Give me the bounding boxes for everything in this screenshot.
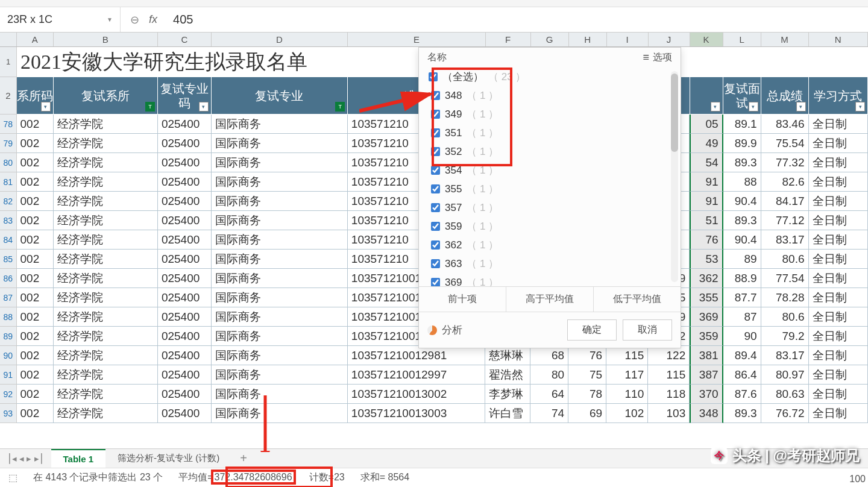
cell[interactable]: 90.4	[723, 230, 761, 250]
col-header[interactable]: G	[531, 33, 569, 46]
filter-item[interactable]: 352（ 1 ）	[426, 142, 673, 161]
filter-options[interactable]: ≡选项	[643, 51, 672, 64]
cell[interactable]: 80.6	[761, 307, 809, 327]
cell[interactable]: 经济学院	[54, 269, 158, 288]
filter-checkbox[interactable]	[431, 147, 440, 156]
col-header[interactable]: J	[649, 33, 690, 46]
cell[interactable]: 77.12	[761, 211, 809, 230]
cell[interactable]: 80.6	[761, 250, 809, 269]
cell-selected[interactable]: 91	[690, 192, 723, 211]
cell[interactable]: 025400	[158, 288, 212, 307]
cell[interactable]: 74	[530, 404, 568, 423]
cell[interactable]: 002	[17, 269, 54, 288]
col-header[interactable]: M	[761, 33, 809, 46]
scrollbar[interactable]	[671, 71, 678, 282]
cell[interactable]: 64	[530, 385, 568, 404]
cell[interactable]: 经济学院	[54, 288, 158, 307]
cell[interactable]: 002	[17, 172, 54, 192]
cell[interactable]: 78	[568, 385, 606, 404]
cell-selected[interactable]: 49	[690, 134, 723, 153]
filter-icon[interactable]: ▾	[199, 102, 209, 112]
filter-checkbox[interactable]	[431, 166, 440, 175]
row-header[interactable]: 87	[0, 288, 17, 307]
cell[interactable]: 83.17	[761, 230, 809, 250]
cell-selected[interactable]: 381	[690, 346, 723, 365]
cell[interactable]: 国际商务	[212, 327, 348, 346]
cell[interactable]: 025400	[158, 115, 212, 134]
cell[interactable]: 002	[17, 230, 54, 250]
cell[interactable]: 86.4	[723, 365, 761, 385]
cell[interactable]: 经济学院	[54, 134, 158, 153]
cell[interactable]: 经济学院	[54, 327, 158, 346]
col-header[interactable]: C	[158, 33, 212, 46]
row-header[interactable]: 84	[0, 230, 17, 250]
row-header[interactable]: 2	[0, 77, 17, 115]
filter-item[interactable]: 357（ 1 ）	[426, 198, 673, 217]
filter-icon[interactable]: ▾	[711, 102, 720, 112]
row-header[interactable]: 88	[0, 307, 17, 327]
cell[interactable]: 78.28	[761, 288, 809, 307]
cell[interactable]: 全日制	[809, 365, 869, 385]
cell[interactable]: 经济学院	[54, 385, 158, 404]
cell[interactable]: 002	[17, 115, 54, 134]
cell[interactable]: 89	[723, 250, 761, 269]
filter-checkbox[interactable]	[431, 240, 440, 250]
col-header[interactable]: H	[569, 33, 607, 46]
cell[interactable]: 全日制	[809, 172, 869, 192]
cell-selected[interactable]: 76	[690, 230, 723, 250]
cell[interactable]: 025400	[158, 153, 212, 172]
cell[interactable]: 全日制	[809, 404, 869, 423]
row-header[interactable]: 86	[0, 269, 17, 288]
row-header[interactable]: 79	[0, 134, 17, 153]
cell-selected[interactable]: 53	[690, 250, 723, 269]
cell[interactable]: 102	[606, 404, 648, 423]
filter-checkbox[interactable]	[431, 128, 440, 137]
col-header[interactable]: E	[348, 33, 485, 46]
filter-item[interactable]: 354（ 1 ）	[426, 161, 673, 180]
cell[interactable]: 全日制	[809, 153, 869, 172]
filter-item[interactable]: 349（ 1 ）	[426, 105, 673, 124]
cell[interactable]: 经济学院	[54, 211, 158, 230]
cell[interactable]: 002	[17, 153, 54, 172]
cell[interactable]: 025400	[158, 327, 212, 346]
cell[interactable]: 025400	[158, 404, 212, 423]
cell[interactable]: 国际商务	[212, 230, 348, 250]
row-header[interactable]: 81	[0, 172, 17, 192]
filter-checkbox[interactable]	[431, 184, 440, 193]
cell[interactable]: 025400	[158, 211, 212, 230]
filter-checkbox[interactable]	[431, 222, 440, 231]
cell[interactable]: 88.9	[723, 269, 761, 288]
cell-selected[interactable]: 54	[690, 153, 723, 172]
cell[interactable]: 国际商务	[212, 115, 348, 134]
col-header[interactable]: N	[809, 33, 868, 46]
cell[interactable]: 经济学院	[54, 365, 158, 385]
cell[interactable]: 许白雪	[485, 404, 530, 423]
row-header[interactable]: 82	[0, 192, 17, 211]
row-header[interactable]: 89	[0, 327, 17, 346]
cell[interactable]: 经济学院	[54, 250, 158, 269]
filter-item[interactable]: 355（ 1 ）	[426, 180, 673, 198]
filter-icon[interactable]: T	[145, 102, 155, 112]
row-header[interactable]: 78	[0, 115, 17, 134]
cell[interactable]: 全日制	[809, 307, 869, 327]
cell-selected[interactable]: 05	[690, 115, 723, 134]
name-box[interactable]: 23R x 1C ▼	[0, 7, 121, 32]
filter-icon[interactable]: ▾	[41, 102, 51, 112]
cell[interactable]: 80.63	[761, 385, 809, 404]
cell[interactable]: 全日制	[809, 230, 869, 250]
cell[interactable]: 87	[723, 307, 761, 327]
cell[interactable]: 全日制	[809, 269, 869, 288]
cell[interactable]: 025400	[158, 365, 212, 385]
cell[interactable]: 117	[606, 365, 648, 385]
cell[interactable]: 002	[17, 307, 54, 327]
cell[interactable]: 103	[648, 404, 690, 423]
col-header[interactable]: L	[723, 33, 761, 46]
filter-icon[interactable]: T	[335, 102, 345, 112]
cell[interactable]: 80	[530, 365, 568, 385]
ok-button[interactable]: 确定	[567, 319, 617, 341]
cell[interactable]: 110	[606, 385, 648, 404]
cell[interactable]: 国际商务	[212, 134, 348, 153]
cell-selected[interactable]: 91	[690, 172, 723, 192]
cell[interactable]: 025400	[158, 172, 212, 192]
cell[interactable]: 115	[648, 365, 690, 385]
